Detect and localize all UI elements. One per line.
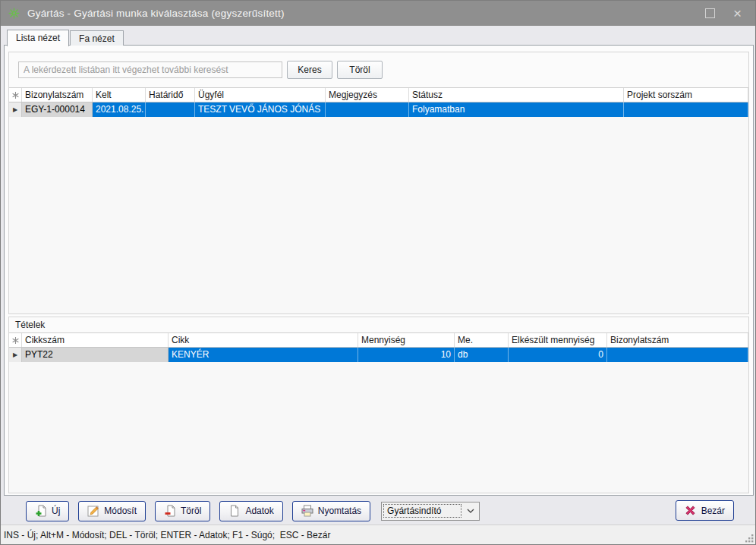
tab-lista-nezet[interactable]: Lista nézet xyxy=(7,30,69,46)
report-select[interactable]: Gyártásindító xyxy=(381,502,480,521)
tab-fa-nezet-label: Fa nézet xyxy=(79,33,115,44)
print-icon xyxy=(301,505,313,517)
close-icon[interactable]: × xyxy=(733,8,742,18)
statusbar: INS - Új; Alt+M - Módosít; DEL - Töröl; … xyxy=(1,525,755,544)
column-header-bizonylatszam[interactable]: Bizonylatszám xyxy=(22,88,93,102)
column-header-projekt-sorszam[interactable]: Projekt sorszám xyxy=(624,88,748,102)
column-header-mennyiseg[interactable]: Mennyiség xyxy=(358,333,455,347)
tab-page-lista: Keres Töröl Bizonylatszám Kelt Határidő … xyxy=(4,45,754,496)
row-indicator-icon: ▶ xyxy=(9,102,22,117)
column-header-cikk[interactable]: Cikk xyxy=(169,333,358,347)
resize-grip-icon[interactable] xyxy=(744,533,754,543)
tab-lista-nezet-label: Lista nézet xyxy=(16,33,60,43)
cell-elkeszult-mennyiseg[interactable]: 0 xyxy=(509,348,607,362)
report-select-value: Gyártásindító xyxy=(383,504,461,518)
column-header-bizonylatszam-items[interactable]: Bizonylatszám xyxy=(607,333,748,347)
column-header-hatarido[interactable]: Határidő xyxy=(146,88,195,102)
tabstrip: Lista nézet Fa nézet xyxy=(7,29,124,46)
cell-kelt[interactable]: 2021.08.25. xyxy=(93,102,146,117)
modify-button[interactable]: Módosít xyxy=(78,501,146,521)
column-header-elkeszult-mennyiseg[interactable]: Elkészült mennyiség xyxy=(509,333,607,347)
data-button-label: Adatok xyxy=(245,506,273,516)
orders-grid-empty-area xyxy=(9,117,748,313)
close-dialog-button-label: Bezár xyxy=(701,506,725,516)
column-header-kelt[interactable]: Kelt xyxy=(93,88,146,102)
column-header-ugyfel[interactable]: Ügyfél xyxy=(195,88,326,102)
data-icon xyxy=(228,505,241,517)
cell-mennyiseg[interactable]: 10 xyxy=(358,348,455,362)
row-indicator-icon: ▶ xyxy=(9,348,22,362)
titlebar[interactable]: Gyártás - Gyártási munka kiválasztása (e… xyxy=(1,1,755,26)
cell-statusz[interactable]: Folyamatban xyxy=(409,102,624,117)
clear-search-button-label: Töröl xyxy=(349,65,370,75)
delete-icon xyxy=(164,505,176,517)
delete-button-label: Töröl xyxy=(181,506,201,516)
orders-grid-header: Bizonylatszám Kelt Határidő Ügyfél Megje… xyxy=(9,88,748,102)
cell-cikkszam[interactable]: PYT22 xyxy=(22,348,169,362)
print-button[interactable]: Nyomtatás xyxy=(292,501,370,521)
items-grid-header: Cikkszám Cikk Mennyiség Me. Elkészült me… xyxy=(9,333,748,348)
cell-cikk[interactable]: KENYÉR xyxy=(169,348,358,362)
cell-bizonylatszam-items[interactable] xyxy=(607,348,748,362)
clear-search-button[interactable]: Töröl xyxy=(337,61,383,79)
search-button[interactable]: Keres xyxy=(287,61,332,79)
items-grid: Cikkszám Cikk Mennyiség Me. Elkészült me… xyxy=(9,332,748,493)
cell-hatarido[interactable] xyxy=(146,102,195,117)
app-window: Gyártás - Gyártási munka kiválasztása (e… xyxy=(0,0,756,545)
grid-corner-icon[interactable] xyxy=(9,88,22,102)
maximize-icon[interactable] xyxy=(705,8,715,18)
cell-megjegyzes[interactable] xyxy=(326,102,409,117)
print-button-label: Nyomtatás xyxy=(318,506,361,516)
close-dialog-button[interactable]: Bezár xyxy=(676,500,734,521)
delete-button[interactable]: Töröl xyxy=(155,501,210,521)
cell-bizonylatszam[interactable]: EGY-1-000014 xyxy=(22,102,93,117)
combo-chevron-icon[interactable] xyxy=(462,509,479,513)
column-header-me[interactable]: Me. xyxy=(455,333,509,347)
close-button-icon xyxy=(685,505,697,517)
edit-icon xyxy=(87,505,99,517)
items-panel: Tételek Cikkszám Cikk Mennyiség Me. Elké… xyxy=(8,317,749,493)
new-button-label: Új xyxy=(52,506,60,516)
items-section-label: Tételek xyxy=(9,317,748,332)
app-icon xyxy=(8,8,20,20)
modify-button-label: Módosít xyxy=(104,506,137,516)
orders-panel: Keres Töröl Bizonylatszám Kelt Határidő … xyxy=(8,52,749,314)
footer-toolbar: Új Módosít Töröl xyxy=(1,500,755,521)
new-button[interactable]: Új xyxy=(26,501,69,521)
search-button-label: Keres xyxy=(298,65,321,75)
cell-ugyfel[interactable]: TESZT VEVŐ JÁNOS JÓNÁS xyxy=(195,102,326,117)
new-icon xyxy=(35,505,47,517)
orders-table-row[interactable]: ▶ EGY-1-000014 2021.08.25. TESZT VEVŐ JÁ… xyxy=(9,102,748,117)
tab-fa-nezet[interactable]: Fa nézet xyxy=(70,30,124,46)
search-input[interactable] xyxy=(18,61,282,78)
cell-me[interactable]: db xyxy=(455,348,509,362)
data-button[interactable]: Adatok xyxy=(219,501,282,521)
items-grid-empty-area xyxy=(9,362,748,493)
statusbar-hints: INS - Új; Alt+M - Módosít; DEL - Töröl; … xyxy=(4,530,330,540)
window-title: Gyártás - Gyártási munka kiválasztása (e… xyxy=(27,8,285,19)
cell-projekt-sorszam[interactable] xyxy=(624,102,748,117)
column-header-megjegyzes[interactable]: Megjegyzés xyxy=(326,88,409,102)
items-table-row[interactable]: ▶ PYT22 KENYÉR 10 db 0 xyxy=(9,348,748,362)
column-header-statusz[interactable]: Státusz xyxy=(409,88,624,102)
grid-corner-icon[interactable] xyxy=(9,333,22,347)
orders-grid: Bizonylatszám Kelt Határidő Ügyfél Megje… xyxy=(9,87,748,313)
column-header-cikkszam[interactable]: Cikkszám xyxy=(22,333,169,347)
